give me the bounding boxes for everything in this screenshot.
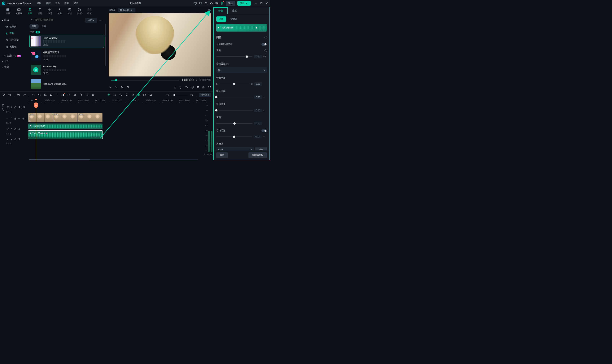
more-options[interactable]: ⋯ — [98, 19, 103, 22]
tab-media[interactable]: 媒體 — [3, 6, 13, 16]
slider-pitch[interactable] — [216, 123, 253, 124]
cloud-icon[interactable] — [204, 2, 208, 5]
slider-volume[interactable] — [216, 56, 253, 57]
minimize-icon[interactable] — [254, 2, 258, 5]
subtab-voicechange[interactable]: 變聲器 — [228, 16, 240, 22]
seek-bar[interactable] — [111, 80, 179, 80]
tab-transitions[interactable]: 轉場 — [45, 6, 54, 16]
track-head-v1[interactable]: 1 — [5, 115, 28, 122]
subtab-basic[interactable]: 基礎 — [216, 16, 226, 22]
balance-value[interactable]: 0.00 — [254, 82, 262, 86]
eye-icon[interactable] — [22, 117, 25, 120]
video-preview[interactable] — [109, 13, 211, 77]
maximize-icon[interactable] — [260, 2, 263, 5]
zoom-slider[interactable] — [172, 95, 187, 95]
hand-tool-icon[interactable] — [8, 93, 12, 97]
eq-select[interactable]: 默認▾ — [216, 147, 254, 150]
menu-file[interactable]: 檔案 — [35, 2, 44, 5]
shield-icon[interactable] — [119, 93, 122, 97]
device-icon[interactable] — [194, 2, 197, 5]
media-item[interactable]: 短视频 可爱配乐01:19 — [29, 49, 104, 62]
subtab-sfx[interactable]: 音效 — [40, 24, 49, 29]
camera-icon[interactable] — [196, 86, 200, 89]
tab-effects[interactable]: 效果 — [55, 6, 65, 16]
mute-icon[interactable] — [18, 117, 21, 120]
marker-button[interactable]: 指示器 ▾ — [199, 93, 211, 97]
switch-autonorm[interactable] — [261, 43, 267, 46]
prev-frame-icon[interactable] — [109, 86, 112, 89]
video-clip[interactable]: ASM... — [78, 113, 103, 122]
zoom-in-icon[interactable] — [190, 93, 193, 97]
split-icon[interactable] — [38, 93, 41, 97]
mute-icon[interactable] — [18, 128, 21, 130]
display-icon[interactable] — [191, 86, 194, 89]
tree-my-music[interactable]: 我的音樂 — [2, 37, 27, 43]
slider-fadeout[interactable] — [216, 110, 253, 110]
volume-value[interactable]: 0.00 — [254, 55, 262, 58]
eye-icon[interactable] — [22, 106, 25, 108]
video-clip[interactable]: ASM... — [53, 113, 78, 122]
headphones-icon[interactable] — [210, 2, 213, 5]
more-tools-icon[interactable] — [91, 93, 94, 97]
mark-out-icon[interactable]: } — [179, 86, 182, 89]
record-icon[interactable] — [143, 93, 146, 97]
mute-icon[interactable] — [18, 106, 21, 108]
play-icon[interactable] — [120, 86, 123, 89]
keyframe-panel-button[interactable]: 關鍵幀面板 — [248, 152, 267, 158]
tab-filters[interactable]: 濾鏡 — [65, 6, 74, 16]
h-scrollbar[interactable] — [29, 159, 198, 160]
timer-icon[interactable] — [79, 93, 82, 97]
markers-dropdown[interactable] — [185, 86, 188, 89]
track-head-a1[interactable]: 1 — [5, 126, 28, 133]
mark-in-icon[interactable]: { — [173, 86, 176, 89]
tree-sfx[interactable]: ▸音效 — [2, 58, 27, 64]
snap-icon[interactable] — [137, 93, 140, 97]
tree-favorites[interactable]: 收藏夾 — [2, 24, 27, 30]
audio-clip-selected[interactable]: Train Window◆ — [28, 131, 103, 139]
keyframe-diamond-icon[interactable] — [264, 49, 267, 52]
lock-icon[interactable] — [14, 106, 17, 108]
next-frame-icon[interactable] — [115, 86, 118, 89]
expand-icon[interactable] — [85, 93, 88, 97]
scrollbar[interactable] — [105, 24, 106, 66]
undo-icon[interactable] — [17, 93, 20, 97]
save-icon[interactable] — [199, 2, 202, 5]
link-icon[interactable] — [1, 108, 5, 111]
login-button[interactable]: 登錄 — [226, 1, 235, 6]
keyframe-diamond-icon[interactable] — [264, 36, 267, 39]
media-item[interactable]: Teardrop Sky02:35 — [29, 64, 104, 76]
text-icon[interactable] — [55, 93, 59, 97]
duck-value[interactable]: 50.00 — [253, 135, 262, 138]
mute-icon[interactable] — [18, 137, 21, 140]
tree-music[interactable]: ▸音樂 — [2, 64, 27, 70]
pip-icon[interactable] — [149, 93, 152, 97]
zoom-out-icon[interactable] — [166, 93, 170, 97]
export-button[interactable]: 導出▾ — [237, 1, 251, 6]
add-track-icon[interactable] — [1, 104, 5, 107]
pitch-value[interactable]: 0.00 — [254, 122, 262, 125]
subtab-music[interactable]: 音樂 — [29, 24, 39, 29]
panel-tab-speed[interactable]: 速度 — [228, 7, 241, 14]
media-item[interactable]: Piano And Strings We... — [29, 78, 104, 90]
eq-settings-button[interactable]: 設定 — [255, 147, 267, 150]
menu-view[interactable]: 視圖 — [62, 2, 71, 5]
tab-templates[interactable]: 模板 — [85, 6, 94, 16]
tree-ai-music[interactable]: ▸AI 音樂 ?AI — [2, 53, 27, 58]
mic-icon[interactable] — [125, 93, 128, 97]
close-icon[interactable] — [265, 2, 268, 5]
track-preview[interactable]: Train Window — [216, 24, 267, 32]
tree-downloads[interactable]: 下載 — [2, 30, 27, 37]
video-clip[interactable]: ASM... — [28, 113, 53, 122]
quality-select[interactable]: 最高品質▾ — [118, 8, 135, 13]
search-input[interactable] — [35, 18, 69, 21]
fadein-value[interactable]: 0.00 — [254, 95, 262, 99]
stop-icon[interactable] — [126, 86, 129, 89]
timeline-ruler[interactable]: 00:0000:00:05:0000:00:10:0000:00:15:0000… — [28, 98, 213, 104]
tab-audio[interactable]: 音頻 — [25, 6, 35, 16]
keyframe-icon[interactable] — [73, 93, 77, 97]
fullscreen-icon[interactable] — [208, 86, 211, 89]
slider-balance[interactable] — [219, 84, 250, 84]
media-item[interactable]: Train Window00:30 — [29, 35, 104, 48]
snapshot-icon[interactable] — [208, 8, 211, 12]
fadeout-value[interactable]: 0.00 — [254, 109, 262, 112]
